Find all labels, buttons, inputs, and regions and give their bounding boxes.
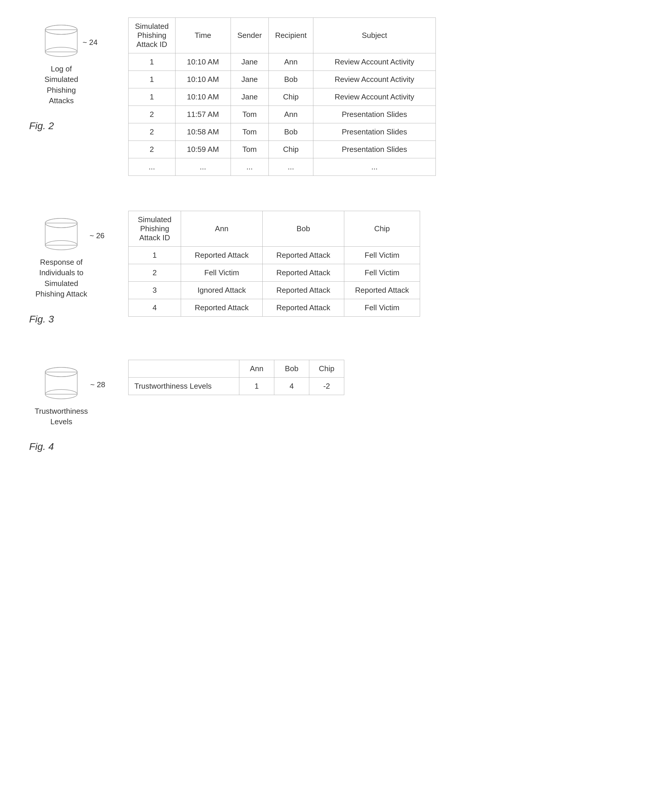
table-cell: 1 [129,88,175,106]
fig2-cylinder [42,23,80,58]
fig4-table-container: Ann Bob Chip Trustworthiness Levels14-2 [117,360,639,395]
fig4-left: Trustworthiness Levels ~ 28 Fig. 4 [23,360,117,452]
table-cell: Fell Victim [181,264,263,281]
fig3-arrow-label: ~ 26 [90,231,104,240]
fig4-label: Fig. 4 [23,441,54,452]
table-cell: 10:10 AM [175,71,231,88]
fig2-section: Log of Simulated Phishing Attacks ~ 24 F… [23,18,639,176]
table-cell: 1 [239,377,274,395]
table-cell: Jane [231,71,268,88]
table-cell: Reported Attack [263,264,344,281]
table-cell: Jane [231,88,268,106]
col-header-time: Time [175,18,231,53]
table-cell: Bob [268,123,313,141]
table-row: ............... [129,158,436,176]
fig3-cylinder [42,217,80,252]
table-header-row: SimulatedPhishingAttack ID Time Sender R… [129,18,436,53]
col-header-empty [129,360,239,377]
fig2-table-container: SimulatedPhishingAttack ID Time Sender R… [117,18,639,176]
col-header-attack-id: SimulatedPhishingAttack ID [129,18,175,53]
table-cell: Reported Attack [181,247,263,264]
table-cell: ... [175,158,231,176]
table-cell: 4 [129,299,181,317]
table-row: 2Fell VictimReported AttackFell Victim [129,264,420,281]
table-cell: -2 [309,377,344,395]
table-row: 110:10 AMJaneChipReview Account Activity [129,88,436,106]
table-cell: 3 [129,281,181,299]
table-cell: 2 [129,106,175,123]
table-cell: Chip [268,88,313,106]
col-header-ann: Ann [181,211,263,247]
fig3-section: Response of Individuals to Simulated Phi… [23,211,639,325]
table-cell: 1 [129,53,175,71]
table-cell: 1 [129,71,175,88]
table-cell: Reported Attack [181,299,263,317]
table-cell: Ann [268,53,313,71]
fig3-db-label: Response of Individuals to Simulated Phi… [35,257,87,299]
table-row: 110:10 AMJaneAnnReview Account Activity [129,53,436,71]
table-row: Trustworthiness Levels14-2 [129,377,344,395]
table-cell: 10:10 AM [175,88,231,106]
table-cell: Ann [268,106,313,123]
col-header-chip: Chip [344,211,420,247]
fig3-label: Fig. 3 [23,314,54,325]
table-cell: ... [129,158,175,176]
fig2-table: SimulatedPhishingAttack ID Time Sender R… [128,18,436,176]
table-cell: Tom [231,141,268,158]
table-cell: Reported Attack [263,247,344,264]
fig2-left: Log of Simulated Phishing Attacks ~ 24 F… [23,18,117,132]
table-cell: 4 [274,377,309,395]
table-cell: Chip [268,141,313,158]
table-cell: Review Account Activity [313,88,436,106]
fig3-table: SimulatedPhishingAttack ID Ann Bob Chip … [128,211,420,317]
col-header-bob: Bob [263,211,344,247]
table-cell: Review Account Activity [313,71,436,88]
col-header-subject: Subject [313,18,436,53]
table-row: 110:10 AMJaneBobReview Account Activity [129,71,436,88]
table-row: 211:57 AMTomAnnPresentation Slides [129,106,436,123]
table-row: 3Ignored AttackReported AttackReported A… [129,281,420,299]
col-header-attack-id: SimulatedPhishingAttack ID [129,211,181,247]
table-cell: Fell Victim [344,264,420,281]
fig2-db-label: Log of Simulated Phishing Attacks [45,64,79,106]
table-row: 4Reported AttackReported AttackFell Vict… [129,299,420,317]
table-cell: Tom [231,123,268,141]
table-cell: Fell Victim [344,299,420,317]
table-cell: Reported Attack [263,281,344,299]
table-row: 210:59 AMTomChipPresentation Slides [129,141,436,158]
table-cell: Reported Attack [344,281,420,299]
fig2-label: Fig. 2 [23,120,54,132]
table-cell: Trustworthiness Levels [129,377,239,395]
table-cell: ... [231,158,268,176]
table-cell: Presentation Slides [313,123,436,141]
table-header-row: Ann Bob Chip [129,360,344,377]
col-header-bob: Bob [274,360,309,377]
table-cell: 1 [129,247,181,264]
table-header-row: SimulatedPhishingAttack ID Ann Bob Chip [129,211,420,247]
table-row: 1Reported AttackReported AttackFell Vict… [129,247,420,264]
fig3-table-container: SimulatedPhishingAttack ID Ann Bob Chip … [117,211,639,317]
table-cell: Fell Victim [344,247,420,264]
table-cell: 10:58 AM [175,123,231,141]
fig4-db-label: Trustworthiness Levels [35,406,88,427]
table-cell: Reported Attack [263,299,344,317]
table-cell: Presentation Slides [313,106,436,123]
fig2-arrow-label: ~ 24 [82,38,97,47]
table-cell: Review Account Activity [313,53,436,71]
table-cell: ... [313,158,436,176]
col-header-recipient: Recipient [268,18,313,53]
table-cell: ... [268,158,313,176]
col-header-chip: Chip [309,360,344,377]
table-cell: 11:57 AM [175,106,231,123]
fig4-table: Ann Bob Chip Trustworthiness Levels14-2 [128,360,344,395]
table-cell: Ignored Attack [181,281,263,299]
col-header-ann: Ann [239,360,274,377]
table-cell: Tom [231,106,268,123]
fig3-left: Response of Individuals to Simulated Phi… [23,211,117,325]
table-cell: Bob [268,71,313,88]
col-header-sender: Sender [231,18,268,53]
table-cell: Jane [231,53,268,71]
fig4-section: Trustworthiness Levels ~ 28 Fig. 4 Ann B… [23,360,639,452]
fig4-cylinder [42,366,80,400]
table-cell: 2 [129,141,175,158]
